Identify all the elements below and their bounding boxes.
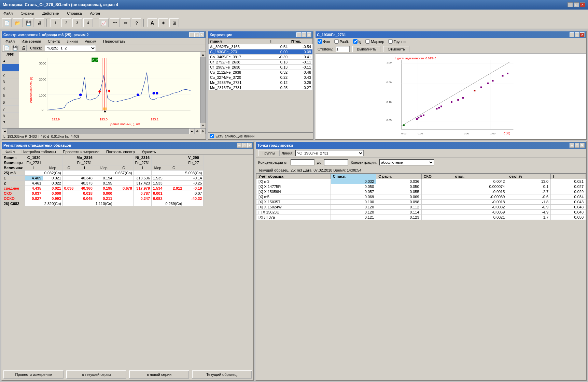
lfp-row-4[interactable]: 4 bbox=[2, 85, 19, 92]
reg-menu-settings[interactable]: Настройка таблицы bbox=[19, 149, 58, 155]
new-button[interactable]: 📄 bbox=[2, 18, 12, 27]
lfp-row-1[interactable] bbox=[2, 64, 19, 72]
cal-line-select[interactable]: >C_1930/Fe_2731 bbox=[295, 150, 364, 156]
chart-maximize[interactable]: □ bbox=[575, 32, 579, 37]
spec-menu-mode[interactable]: Режим bbox=[83, 39, 98, 44]
reg-menu-spectrum[interactable]: Показать спектр bbox=[104, 149, 137, 155]
screen3-btn[interactable]: 3 bbox=[72, 18, 82, 27]
close-button[interactable]: ✕ bbox=[580, 2, 585, 7]
lfp-row-6[interactable]: 6 bbox=[2, 99, 19, 106]
reg-menu-measure[interactable]: Провести измерение bbox=[61, 149, 101, 155]
star-btn[interactable]: ✶ bbox=[158, 18, 168, 27]
scroll-down-btn[interactable]: ▼ bbox=[200, 123, 206, 128]
menu-file[interactable]: Файл bbox=[1, 11, 15, 16]
screen1-btn[interactable]: 1 bbox=[51, 18, 60, 27]
lfp-row-2[interactable]: 2 bbox=[2, 72, 19, 78]
current-series-button[interactable]: в текущей серии bbox=[66, 370, 126, 379]
marker-checkbox[interactable] bbox=[365, 39, 370, 44]
expand-btn[interactable]: ⊞ bbox=[169, 18, 179, 27]
menu-argon[interactable]: Аргон bbox=[88, 11, 102, 16]
open-button[interactable]: 📂 bbox=[13, 18, 23, 27]
edit-btn[interactable]: ✏ bbox=[121, 18, 130, 27]
scroll-track-v[interactable] bbox=[200, 57, 206, 123]
corr-minimize[interactable]: ─ bbox=[296, 32, 301, 37]
groups-checkbox[interactable] bbox=[388, 39, 393, 44]
chart-btn[interactable]: 📈 bbox=[99, 18, 109, 27]
text-btn[interactable]: A bbox=[148, 18, 157, 27]
spectrum-close[interactable]: ✕ bbox=[199, 32, 204, 37]
spec-menu-spectrum[interactable]: Спектр bbox=[46, 39, 62, 44]
list-item[interactable]: Cr_2989/Fe_26380.13-0.11 bbox=[209, 65, 313, 70]
maximize-button[interactable]: □ bbox=[574, 2, 579, 7]
menu-help[interactable]: Справка bbox=[65, 11, 84, 16]
list-item[interactable]: Mo_2816/Fe_27310.25-0.27 bbox=[209, 85, 313, 90]
zoom-out-btn[interactable]: ⊖ bbox=[200, 129, 206, 134]
chart-close[interactable]: ✕ bbox=[580, 32, 585, 37]
wave-btn[interactable]: 〜 bbox=[110, 18, 120, 27]
lfp-row-3[interactable]: 3 bbox=[2, 78, 19, 85]
spec-tool3[interactable]: 🖨 bbox=[20, 45, 27, 51]
reg-maximize[interactable]: □ bbox=[242, 143, 247, 148]
minimize-button[interactable]: ─ bbox=[568, 2, 573, 7]
screen2-btn[interactable]: 2 bbox=[61, 18, 71, 27]
lg-checkbox[interactable] bbox=[353, 39, 358, 44]
list-item[interactable]: Cu_3274/Fe_37200.22-0.43 bbox=[209, 75, 313, 80]
spec-menu-measure[interactable]: Измерения bbox=[19, 39, 43, 44]
save-button[interactable]: 💾 bbox=[24, 18, 33, 27]
menu-screens[interactable]: Экраны bbox=[19, 11, 36, 16]
spectrum-maximize[interactable]: □ bbox=[194, 32, 199, 37]
zoom-btn[interactable]: ⊕ bbox=[195, 129, 200, 134]
scroll-right-btn[interactable]: ► bbox=[189, 129, 195, 134]
help-btn[interactable]: ? bbox=[132, 18, 141, 27]
list-item[interactable]: C_1930/Fe_27310.000.08 bbox=[209, 49, 313, 55]
spec-menu-recalc[interactable]: Пересчитать bbox=[101, 39, 127, 44]
cal-close[interactable]: ✕ bbox=[580, 143, 585, 148]
fon-checkbox[interactable] bbox=[318, 39, 322, 44]
degree-input[interactable] bbox=[336, 46, 350, 52]
list-item[interactable]: Co_3405/Fe_3917-0.390.41 bbox=[209, 55, 313, 60]
lfp-row-5[interactable]: 5 bbox=[2, 92, 19, 99]
scroll-up-btn[interactable]: ▲ bbox=[200, 52, 206, 57]
groups-btn[interactable]: Группы bbox=[258, 150, 280, 156]
cal-conc-type-select[interactable]: абсолютные bbox=[379, 159, 434, 165]
screen4-btn[interactable]: 4 bbox=[83, 18, 93, 27]
cancel-button[interactable]: Отменить bbox=[383, 46, 409, 52]
spectrum-hscrollbar[interactable]: ◄ ► ⊕ ⊖ bbox=[2, 128, 206, 134]
lfp-down-arrow[interactable]: ▼ bbox=[3, 120, 6, 124]
cal-minimize[interactable]: ─ bbox=[570, 143, 574, 148]
list-item[interactable]: Cu_2112/Fe_26380.32-0.48 bbox=[209, 70, 313, 75]
lfp-row-8[interactable]: 8 bbox=[2, 113, 19, 119]
cal-conc-from-input[interactable] bbox=[291, 159, 314, 165]
menu-action[interactable]: Действие bbox=[40, 11, 61, 16]
corr-maximize[interactable]: □ bbox=[302, 32, 306, 37]
spectrum-scrollbar[interactable]: ▲ ▼ bbox=[200, 52, 206, 128]
lfp-up-arrow[interactable]: ▲ bbox=[3, 59, 6, 62]
cal-conc-to-input[interactable] bbox=[324, 159, 348, 165]
reg-menu-delete[interactable]: Удалить bbox=[140, 149, 158, 155]
list-item[interactable]: Mn_2933/Fe_27310.12-0.29 bbox=[209, 80, 313, 85]
new-series-button[interactable]: в новой серии bbox=[129, 370, 189, 379]
spec-tool2[interactable]: 💾 bbox=[12, 45, 18, 51]
execute-button[interactable]: Выполнить bbox=[352, 46, 380, 52]
scroll-left-btn[interactable]: ◄ bbox=[2, 129, 8, 134]
corr-close[interactable]: ✕ bbox=[307, 32, 311, 37]
influential-lines-checkbox[interactable] bbox=[210, 134, 214, 138]
spec-menu-file[interactable]: Файл bbox=[3, 39, 17, 44]
list-item[interactable]: Cr_2792/Fe_26380.13-0.11 bbox=[209, 60, 313, 65]
reg-close[interactable]: ✕ bbox=[247, 143, 252, 148]
spec-tool1[interactable]: 📄 bbox=[3, 45, 10, 51]
measure-button[interactable]: Провести измерение bbox=[3, 370, 64, 379]
spectrum-select[interactable]: m3(25)_1_2 bbox=[45, 45, 96, 51]
chart-minimize[interactable]: ─ bbox=[570, 32, 574, 37]
scroll-track-h[interactable] bbox=[8, 129, 189, 134]
spectrum-minimize[interactable]: ─ bbox=[189, 32, 194, 37]
spec-menu-lines[interactable]: Линии bbox=[65, 39, 80, 44]
reg-menu-file[interactable]: Файл bbox=[3, 149, 17, 155]
razb-checkbox[interactable] bbox=[334, 39, 339, 44]
current-sample-button[interactable]: Текущий образец: bbox=[192, 370, 252, 379]
list-item[interactable]: Al_3962/Fe_31660.54-0.54 bbox=[209, 44, 313, 49]
cal-maximize[interactable]: □ bbox=[575, 143, 579, 148]
print-button[interactable]: 🖨 bbox=[35, 18, 44, 27]
reg-minimize[interactable]: ─ bbox=[237, 143, 242, 148]
lfp-row-7[interactable]: 7 bbox=[2, 106, 19, 113]
